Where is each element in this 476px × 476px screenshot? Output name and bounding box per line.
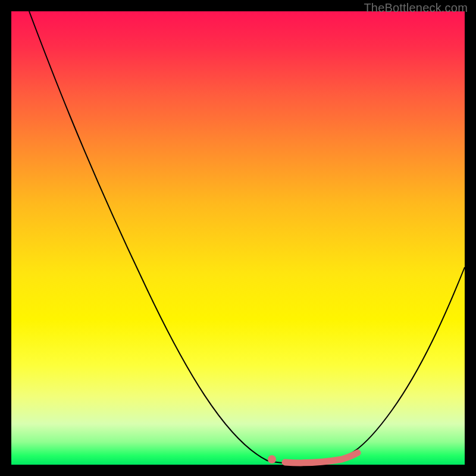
watermark-text: TheBottleneck.com [364, 1, 468, 15]
plot-area [11, 11, 465, 465]
optimal-range-highlight [285, 453, 358, 463]
highlight-start-dot [268, 455, 276, 464]
chart-svg [11, 11, 465, 465]
bottleneck-curve [29, 11, 465, 464]
